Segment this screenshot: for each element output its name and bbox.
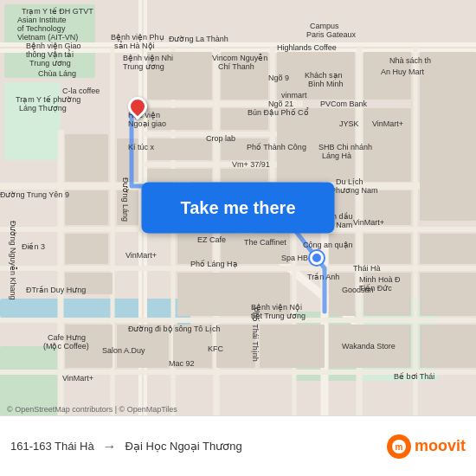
street-label-vm: Vm+ 37/91 — [232, 160, 270, 169]
street-label-trung-yen: Đường Trung Yên 9 — [0, 190, 69, 199]
street-label-ngoai-giao: Ngoại giao — [128, 119, 166, 128]
street-label-benh-vien-giao-thong3: Trung ương — [29, 59, 71, 68]
street-label-nha-sach: Nhà sách th — [389, 56, 431, 65]
street-label-thanh-cong: Phố Thành Công — [247, 143, 306, 151]
svg-rect-68 — [420, 273, 476, 316]
street-label-vincom: Vincom Nguyễn — [212, 54, 267, 62]
svg-rect-67 — [420, 234, 476, 264]
street-label-vincom2: Chí Thanh — [218, 62, 254, 71]
street-label-crop: Crop lab — [206, 134, 235, 143]
red-pin-icon — [124, 93, 151, 119]
street-label-benh-vien-noi-tiet: Bệnh viện Nội — [251, 303, 302, 312]
street-label-benh-vien-giao-thong2: thông Vận tải — [26, 50, 74, 59]
blue-dot-marker — [310, 251, 324, 265]
svg-rect-66 — [420, 52, 476, 221]
svg-rect-37 — [221, 169, 268, 182]
street-label-benh-vien-phu-san2: sản Hà Nội — [114, 42, 155, 50]
street-label-bun: Bún Đậu Phố Cổ — [248, 108, 309, 117]
svg-rect-45 — [65, 134, 108, 182]
street-label-lang: Đường Láng — [121, 177, 130, 222]
street-label-tran-duy-hung: ĐTrần Duy Hưng — [26, 286, 86, 294]
svg-rect-63 — [363, 234, 411, 264]
street-label-benh-vien-phu-san: Bệnh viện Phụ — [111, 33, 164, 42]
street-label-shb: SHB Chi nhánh — [318, 143, 372, 151]
street-label-vinmart3: VinMart+ — [372, 119, 403, 128]
street-label-highlands: Highlands Coffee — [277, 43, 337, 52]
moovit-logo-text: moovit — [415, 437, 466, 455]
svg-rect-46 — [65, 190, 108, 225]
svg-rect-69 — [420, 325, 476, 368]
street-label-cafe-hung: Cafe Hưng — [48, 333, 86, 342]
street-label-chua-lang: Chùa Láng — [38, 69, 76, 78]
street-label-moc-coffee: (Mộc Coffee) — [43, 342, 89, 351]
street-label-benh-vien-nhi2: Trung ương — [123, 62, 164, 71]
street-label-mac92: Mac 92 — [169, 359, 195, 368]
svg-rect-36 — [147, 169, 212, 182]
take-me-there-button[interactable]: Take me there — [141, 183, 334, 234]
svg-text:m: m — [396, 442, 403, 452]
street-label-vinmart1: VinMart+ — [62, 374, 93, 383]
red-pin-marker — [128, 97, 147, 116]
street-label-lang-thuong: Láng Thượng — [19, 104, 67, 113]
street-label-ngo9: Ngõ 9 — [268, 74, 289, 82]
street-label-lang-ha: Phố Láng Hạ — [190, 260, 238, 268]
bottom-bar: 161-163 Thái Hà → Đại Học Ngoại Thương m… — [0, 415, 476, 476]
route-to: Đại Học Ngoại Thương — [125, 440, 242, 453]
street-label-binh-minh: Bình Minh — [308, 80, 344, 88]
street-label-phuong-nam: Phương Nam — [331, 186, 378, 195]
street-label-wakanda: Wakanda Store — [342, 342, 396, 351]
street-label-du-lich: Du Lịch — [336, 177, 363, 186]
street-label-campus: Campus — [310, 22, 339, 30]
street-label-kfc: KFC — [208, 344, 223, 353]
street-label-tran-anh: Trần Anh — [307, 273, 339, 281]
route-info: 161-163 Thái Hà → Đại Học Ngoại Thương — [10, 439, 408, 454]
route-from: 161-163 Thái Hà — [10, 440, 94, 453]
street-label-be-boi: Bế bơi Thái — [394, 372, 434, 381]
street-label-cong-an: Công an quận — [303, 241, 353, 249]
street-label-benh-vien-nhi: Bệnh viện Nhi — [123, 54, 173, 62]
street-label-paris: Paris Gateaux — [306, 30, 356, 39]
street-label-khach-san: Khách sạn — [305, 71, 343, 80]
street-label-ez-cafe: EZ Cafe — [197, 235, 226, 244]
street-label-nguyen-khang: Đường Nguyễn Khang — [9, 221, 17, 300]
street-label-caffinet: The Caffinet — [244, 238, 286, 247]
street-label-salon: Salon A.Duy — [102, 346, 145, 355]
street-label-ki-tuc: Kí túc x — [128, 143, 154, 151]
svg-rect-34 — [147, 138, 212, 160]
street-label-spa: Spa HB — [281, 254, 308, 262]
street-label-song-to-lich: Đường đi bộ sông Tô Lịch — [128, 325, 220, 333]
street-label-ait2: of Technology — [17, 24, 65, 33]
street-label-lang-ha2: Láng Hà — [322, 151, 351, 160]
moovit-logo: m moovit — [387, 434, 466, 459]
street-label-minh-hoa: Minh Hoà Đ — [359, 275, 401, 284]
street-label-jysk: JYSK — [339, 119, 359, 128]
street-label-benh-vien-giao-thong: Bệnh viện Giao — [26, 42, 81, 50]
street-label-cla-coffee: C-la coffee — [62, 87, 100, 95]
street-label-ait: Asian Institute — [17, 16, 67, 24]
street-label-thai-ha: Thái Hà — [353, 264, 381, 273]
street-label-vinmart5: VinMart+ — [125, 251, 157, 260]
street-label-dien3: Điền 3 — [22, 242, 45, 251]
street-label-la-thanh: Đường La Thành — [169, 35, 228, 43]
svg-rect-65 — [260, 325, 325, 368]
street-label-pvcom: PVCom Bank — [320, 100, 367, 108]
svg-rect-2 — [4, 82, 61, 160]
map-container[interactable]: Đường La Thành Phố Thành Công Đường Láng… — [0, 0, 476, 415]
moovit-logo-icon: m — [387, 434, 411, 459]
street-label-ngo21: Ngõ 21 — [268, 100, 293, 108]
street-label-ait3: Vietnam (AIT-VN) — [17, 33, 78, 42]
street-label-benh-vien-noi-tiet2: tiết Trung ương — [251, 312, 306, 320]
street-label-tien-duc: Tiến Đức — [359, 284, 392, 293]
street-label-an-huy: An Huy Mart — [381, 68, 424, 76]
street-label-tram-y-te2: Trạm Y tế phường — [16, 95, 80, 104]
street-label-vinmart4: VinMart+ — [353, 218, 384, 227]
svg-rect-47 — [65, 234, 108, 264]
svg-rect-6 — [0, 299, 190, 318]
street-label-tram-y-te: Trạm Y tế ĐH GTVT — [22, 7, 93, 16]
street-label-vinmart2: vinmart — [281, 91, 307, 100]
route-arrow-icon: → — [103, 439, 117, 454]
map-attribution: © OpenStreetMap contributors | © OpenMap… — [7, 405, 177, 414]
